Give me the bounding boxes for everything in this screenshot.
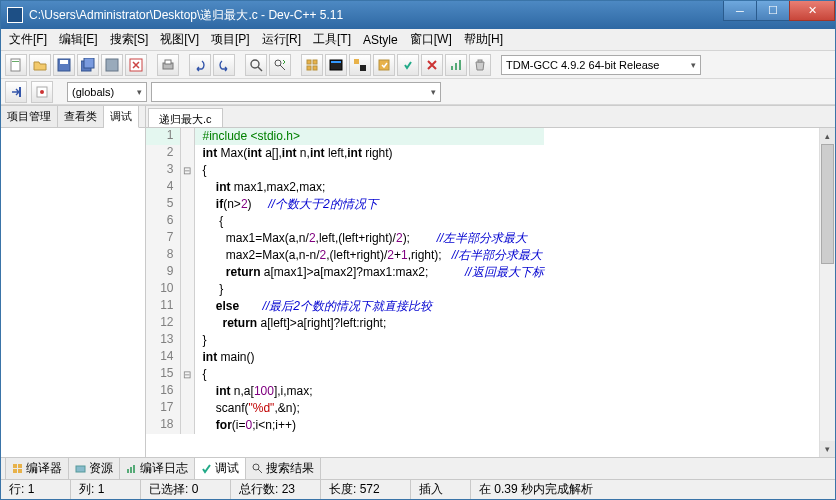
code-line[interactable]: int n,a[100],i,max;: [194, 383, 544, 400]
symbol-combo[interactable]: [151, 82, 441, 102]
file-tab[interactable]: 递归最大.c: [148, 108, 223, 127]
debug-button[interactable]: [397, 54, 419, 76]
svg-rect-32: [76, 466, 85, 472]
code-line[interactable]: {: [194, 366, 544, 383]
bottom-tab[interactable]: 编译日志: [119, 457, 195, 480]
line-number: 10: [146, 281, 180, 298]
left-tab[interactable]: 查看类: [58, 106, 104, 127]
maximize-button[interactable]: ☐: [756, 1, 790, 21]
print-button[interactable]: [157, 54, 179, 76]
code-line[interactable]: max1=Max(a,n/2,left,(left+right)/2); //左…: [194, 230, 544, 247]
code-line[interactable]: int main(): [194, 349, 544, 366]
run-button[interactable]: [325, 54, 347, 76]
goto-button[interactable]: [5, 81, 27, 103]
fold-gutter[interactable]: [180, 264, 194, 281]
line-number: 6: [146, 213, 180, 230]
save-as-button[interactable]: [101, 54, 123, 76]
code-line[interactable]: {: [194, 213, 544, 230]
compile-run-button[interactable]: [349, 54, 371, 76]
trash-button[interactable]: [469, 54, 491, 76]
menu-item[interactable]: 窗口[W]: [404, 29, 458, 50]
find-button[interactable]: [245, 54, 267, 76]
vertical-scrollbar[interactable]: ▴ ▾: [819, 128, 835, 457]
close-file-button[interactable]: [125, 54, 147, 76]
tab-icon: [12, 463, 23, 474]
menu-item[interactable]: 文件[F]: [3, 29, 53, 50]
bottom-tab[interactable]: 调试: [194, 457, 246, 480]
menu-item[interactable]: AStyle: [357, 31, 404, 49]
menu-item[interactable]: 工具[T]: [307, 29, 357, 50]
file-tabs: 递归最大.c: [146, 106, 835, 128]
bottom-tab[interactable]: 编译器: [5, 457, 69, 480]
code-line[interactable]: else //最后2个数的情况下就直接比较: [194, 298, 544, 315]
fold-gutter[interactable]: [180, 349, 194, 366]
left-tab[interactable]: 项目管理: [1, 106, 58, 127]
close-button[interactable]: ✕: [789, 1, 835, 21]
new-file-button[interactable]: [5, 54, 27, 76]
line-number: 9: [146, 264, 180, 281]
fold-gutter[interactable]: [180, 417, 194, 434]
code-line[interactable]: return a[max1]>a[max2]?max1:max2; //返回最大…: [194, 264, 544, 281]
code-line[interactable]: return a[left]>a[right]?left:right;: [194, 315, 544, 332]
svg-rect-20: [379, 60, 389, 70]
fold-gutter[interactable]: [180, 332, 194, 349]
svg-rect-19: [360, 65, 366, 71]
code-line[interactable]: for(i=0;i<n;i++): [194, 417, 544, 434]
bottom-tab[interactable]: 资源: [68, 457, 120, 480]
undo-button[interactable]: [189, 54, 211, 76]
profile-button[interactable]: [445, 54, 467, 76]
code-editor[interactable]: 1#include <stdio.h>2int Max(int a[],int …: [146, 128, 835, 457]
fold-gutter[interactable]: [180, 145, 194, 162]
fold-gutter[interactable]: [180, 213, 194, 230]
open-button[interactable]: [29, 54, 51, 76]
fold-gutter[interactable]: [180, 281, 194, 298]
menu-item[interactable]: 运行[R]: [256, 29, 307, 50]
menu-item[interactable]: 视图[V]: [154, 29, 205, 50]
fold-gutter[interactable]: [180, 298, 194, 315]
fold-gutter[interactable]: [180, 247, 194, 264]
left-tab[interactable]: 调试: [104, 106, 139, 128]
code-line[interactable]: int max1,max2,max;: [194, 179, 544, 196]
scroll-up-arrow[interactable]: ▴: [820, 128, 835, 144]
rebuild-button[interactable]: [373, 54, 395, 76]
code-line[interactable]: }: [194, 281, 544, 298]
code-line[interactable]: }: [194, 332, 544, 349]
code-line[interactable]: scanf("%d",&n);: [194, 400, 544, 417]
scroll-down-arrow[interactable]: ▾: [820, 441, 835, 457]
code-line[interactable]: {: [194, 162, 544, 179]
bookmark-button[interactable]: [31, 81, 53, 103]
fold-gutter[interactable]: [180, 196, 194, 213]
compile-button[interactable]: [301, 54, 323, 76]
fold-gutter[interactable]: [180, 315, 194, 332]
menu-item[interactable]: 帮助[H]: [458, 29, 509, 50]
menu-item[interactable]: 项目[P]: [205, 29, 256, 50]
fold-gutter[interactable]: [180, 400, 194, 417]
fold-gutter[interactable]: [180, 230, 194, 247]
stop-button[interactable]: [421, 54, 443, 76]
menu-item[interactable]: 搜索[S]: [104, 29, 155, 50]
fold-gutter[interactable]: ⊟: [180, 162, 194, 179]
redo-button[interactable]: [213, 54, 235, 76]
compiler-combo[interactable]: TDM-GCC 4.9.2 64-bit Release: [501, 55, 701, 75]
fold-gutter[interactable]: [180, 383, 194, 400]
fold-gutter[interactable]: [180, 179, 194, 196]
svg-rect-28: [13, 464, 17, 468]
fold-gutter[interactable]: [180, 128, 194, 145]
status-parse: 在 0.39 秒内完成解析: [471, 480, 835, 499]
code-line[interactable]: max2=Max(a,n-n/2,(left+right)/2+1,right)…: [194, 247, 544, 264]
app-icon: [7, 7, 23, 23]
save-button[interactable]: [53, 54, 75, 76]
fold-gutter[interactable]: ⊟: [180, 366, 194, 383]
status-total: 总行数: 23: [231, 480, 321, 499]
scroll-thumb[interactable]: [821, 144, 834, 264]
code-line[interactable]: if(n>2) //个数大于2的情况下: [194, 196, 544, 213]
minimize-button[interactable]: ─: [723, 1, 757, 21]
menu-item[interactable]: 编辑[E]: [53, 29, 104, 50]
save-all-button[interactable]: [77, 54, 99, 76]
globals-combo[interactable]: (globals): [67, 82, 147, 102]
code-line[interactable]: #include <stdio.h>: [194, 128, 544, 145]
code-line[interactable]: int Max(int a[],int n,int left,int right…: [194, 145, 544, 162]
replace-button[interactable]: [269, 54, 291, 76]
bottom-tab[interactable]: 搜索结果: [245, 457, 321, 480]
tab-label: 资源: [89, 460, 113, 477]
